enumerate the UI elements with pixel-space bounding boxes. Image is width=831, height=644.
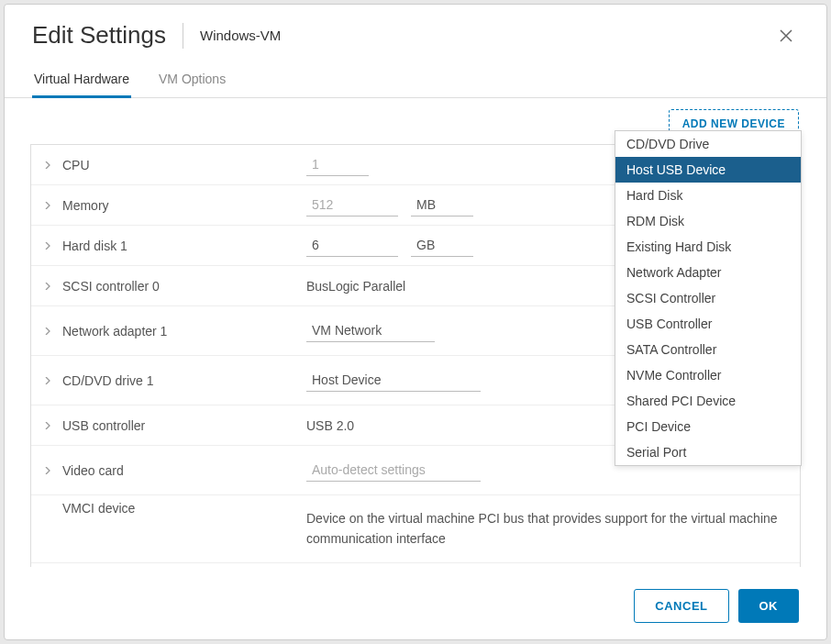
row-other: Other Additional Hardware (31, 563, 800, 567)
label-network: Network adapter 1 (62, 324, 167, 339)
close-button[interactable] (773, 23, 799, 49)
label-scsi: SCSI controller 0 (62, 279, 160, 294)
memory-unit-select[interactable]: MB (411, 194, 473, 217)
chevron-right-icon[interactable] (42, 283, 53, 290)
dropdown-item[interactable]: USB Controller (615, 311, 801, 337)
dropdown-item[interactable]: Shared PCI Device (615, 388, 801, 414)
chevron-right-icon[interactable] (42, 202, 53, 209)
label-vmci: VMCI device (62, 501, 135, 516)
cd-dvd-select[interactable]: Host Device (306, 369, 481, 392)
scsi-value: BusLogic Parallel (306, 279, 405, 294)
dropdown-item[interactable]: PCI Device (615, 414, 801, 439)
dropdown-item[interactable]: CD/DVD Drive (615, 131, 801, 157)
label-cd-dvd: CD/DVD drive 1 (62, 373, 154, 388)
dropdown-item[interactable]: SATA Controller (615, 337, 801, 362)
network-select[interactable]: VM Network (306, 319, 435, 342)
tabs: Virtual Hardware VM Options (5, 59, 826, 98)
tab-vm-options[interactable]: VM Options (157, 66, 227, 98)
label-cpu: CPU (62, 158, 90, 172)
chevron-right-icon[interactable] (42, 422, 53, 429)
divider (183, 23, 183, 49)
label-video: Video card (62, 463, 124, 478)
dialog-footer: CANCEL OK (5, 567, 826, 639)
close-icon (779, 28, 793, 43)
dropdown-item[interactable]: Hard Disk (615, 183, 801, 208)
dropdown-item[interactable]: Host USB Device (615, 157, 801, 183)
dropdown-item[interactable]: RDM Disk (615, 208, 801, 234)
vm-name: Windows-VM (200, 28, 281, 43)
dialog-title: Edit Settings (32, 21, 166, 50)
cancel-button[interactable]: CANCEL (634, 589, 728, 623)
tab-virtual-hardware[interactable]: Virtual Hardware (32, 66, 131, 98)
label-hard-disk: Hard disk 1 (62, 239, 127, 253)
dropdown-item[interactable]: SCSI Controller (615, 285, 801, 311)
usb-value: USB 2.0 (306, 418, 354, 433)
chevron-right-icon[interactable] (42, 377, 53, 384)
dropdown-item[interactable]: NVMe Controller (615, 362, 801, 388)
add-device-dropdown: CD/DVD DriveHost USB DeviceHard DiskRDM … (615, 130, 802, 466)
video-select[interactable]: Auto-detect settings (306, 459, 481, 482)
chevron-right-icon[interactable] (42, 328, 53, 335)
cpu-select[interactable]: 1 (306, 153, 369, 176)
dropdown-item[interactable]: Existing Hard Disk (615, 234, 801, 260)
chevron-right-icon[interactable] (42, 242, 53, 250)
label-memory: Memory (62, 198, 109, 213)
label-usb: USB controller (62, 418, 145, 433)
dropdown-item[interactable]: Serial Port (615, 439, 801, 465)
memory-input[interactable] (306, 194, 398, 217)
ok-button[interactable]: OK (738, 589, 800, 623)
vmci-description: Device on the virtual machine PCI bus th… (306, 501, 791, 557)
chevron-right-icon[interactable] (42, 161, 53, 169)
row-vmci: VMCI device Device on the virtual machin… (31, 495, 800, 563)
hard-disk-unit-select[interactable]: GB (411, 234, 473, 257)
dropdown-item[interactable]: Network Adapter (615, 260, 801, 285)
dialog-header: Edit Settings Windows-VM (5, 5, 826, 59)
hard-disk-input[interactable] (306, 234, 398, 257)
chevron-right-icon[interactable] (42, 467, 53, 474)
